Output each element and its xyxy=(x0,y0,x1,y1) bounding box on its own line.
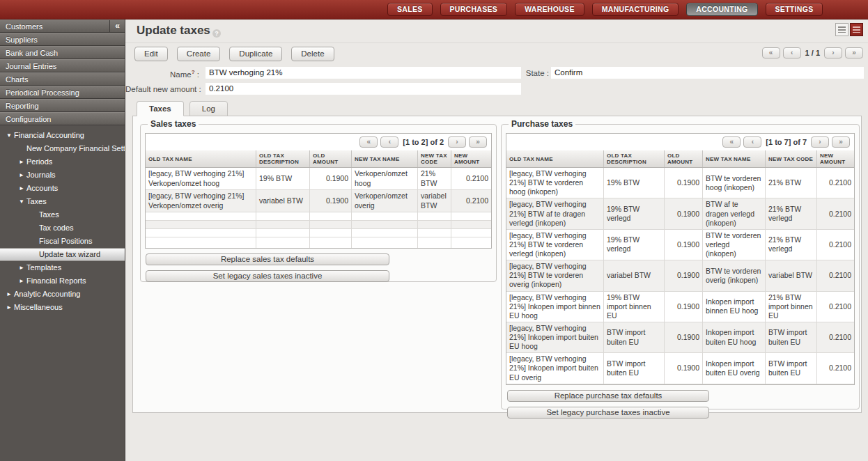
sidebar-item-accounts[interactable]: ►Accounts xyxy=(0,182,125,195)
sidebar-section-configuration[interactable]: Configuration xyxy=(0,112,125,125)
sidebar-section-journal-entries[interactable]: Journal Entries xyxy=(0,59,125,72)
main-menu: SALESPURCHASESWAREHOUSEMANUFACTURINGACCO… xyxy=(387,3,823,16)
duplicate-button[interactable]: Duplicate xyxy=(229,47,282,61)
create-button[interactable]: Create xyxy=(177,47,221,61)
purchase-pager-first-button[interactable]: « xyxy=(722,136,741,148)
sidebar-item-periods[interactable]: ►Periods xyxy=(0,155,125,169)
state-label: State : xyxy=(488,69,549,77)
purchase-pager-next-button[interactable]: › xyxy=(811,136,829,148)
sidebar-item-taxes[interactable]: Taxes xyxy=(0,208,125,221)
column-header-old-tax-description[interactable]: OLD TAX DESCRIPTION xyxy=(256,150,310,167)
help-icon[interactable]: ? xyxy=(212,29,221,38)
record-pager-last-button[interactable]: » xyxy=(845,47,863,58)
nav-manufacturing[interactable]: MANUFACTURING xyxy=(592,3,679,16)
state-field[interactable]: Confirm xyxy=(551,67,864,79)
cell: [legacy, BTW verhoging 21%] Inkopen impo… xyxy=(506,292,604,322)
sidebar-item-financial-reports[interactable]: ►Financial Reports xyxy=(0,274,125,288)
cell: 0.2100 xyxy=(817,322,854,352)
record-pager-prev-button[interactable]: ‹ xyxy=(783,47,801,58)
cell: 0.1900 xyxy=(665,230,703,260)
name-field[interactable]: BTW verhoging 21% xyxy=(206,67,521,79)
empty-cell xyxy=(418,221,451,228)
column-header-old-amount[interactable]: OLD AMOUNT xyxy=(310,150,352,167)
table-row[interactable]: [legacy, BTW verhoging 21%] Verkopen/omz… xyxy=(146,190,491,212)
record-pager-first-button[interactable]: « xyxy=(762,47,780,58)
sidebar-item-update-tax-wizard[interactable]: Update tax wizard xyxy=(0,248,125,261)
edit-button[interactable]: Edit xyxy=(134,47,168,61)
nav-warehouse[interactable]: WAREHOUSE xyxy=(515,3,584,16)
tab-taxes[interactable]: Taxes xyxy=(137,101,184,116)
column-header-new-tax-name[interactable]: NEW TAX NAME xyxy=(703,150,766,167)
record-pager-next-button[interactable]: › xyxy=(824,47,842,58)
sidebar-item-label: Accounts xyxy=(26,182,58,195)
purchase-taxes-header: OLD TAX NAMEOLD TAX DESCRIPTIONOLD AMOUN… xyxy=(506,150,854,168)
sidebar-section-suppliers[interactable]: Suppliers xyxy=(0,33,125,46)
sales-pager-next-button[interactable]: › xyxy=(448,136,466,148)
purchase-pager-last-button[interactable]: » xyxy=(832,136,850,148)
empty-cell xyxy=(451,237,491,248)
set-legacy-sales-taxes-inactive-button[interactable]: Set legacy sales taxes inactive xyxy=(146,270,389,282)
cell: [legacy, BTW verhoging 21%] Verkopen/omz… xyxy=(146,190,256,212)
sales-taxes-pager: «‹[1 to 2] of 2›» xyxy=(146,134,491,150)
nav-accounting[interactable]: ACCOUNTING xyxy=(686,3,757,16)
sidebar-item-fiscal-positions[interactable]: Fiscal Positions xyxy=(0,235,125,248)
sales-taxes-table: «‹[1 to 2] of 2›» OLD TAX NAMEOLD TAX DE… xyxy=(145,133,492,249)
notebook-panel: Sales taxes «‹[1 to 2] of 2›» OLD TAX NA… xyxy=(132,116,862,413)
chevron-right-icon: ► xyxy=(18,169,25,182)
nav-settings[interactable]: SETTINGS xyxy=(766,3,823,16)
sidebar-item-miscellaneous[interactable]: ►Miscellaneous xyxy=(0,301,125,314)
sidebar-section-charts[interactable]: Charts xyxy=(0,72,125,86)
sidebar-section-periodical-processing[interactable]: Periodical Processing xyxy=(0,86,125,99)
table-row[interactable]: [legacy, BTW verhoging 21%] BTW af te dr… xyxy=(506,198,854,229)
sales-pager-last-button[interactable]: » xyxy=(469,136,487,148)
column-header-new-amount[interactable]: NEW AMOUNT xyxy=(817,150,854,167)
sidebar-item-templates[interactable]: ►Templates xyxy=(0,261,125,274)
column-header-new-tax-code[interactable]: NEW TAX CODE xyxy=(766,150,817,167)
table-row[interactable]: [legacy, BTW verhoging 21%] BTW te vorde… xyxy=(506,260,854,291)
collapse-sidebar-icon[interactable]: « xyxy=(109,20,125,33)
sales-taxes-group: Sales taxes «‹[1 to 2] of 2›» OLD TAX NA… xyxy=(140,119,497,282)
nav-sales[interactable]: SALES xyxy=(387,3,433,16)
cell: 0.1900 xyxy=(665,353,703,383)
sidebar-item-financial-accounting[interactable]: ▼Financial Accounting xyxy=(0,129,125,142)
column-header-new-tax-code[interactable]: NEW TAX CODE xyxy=(418,150,451,167)
purchase-taxes-group: Purchase taxes «‹[1 to 7] of 7›» OLD TAX… xyxy=(501,119,860,409)
list-view-button[interactable] xyxy=(835,23,848,36)
table-row[interactable]: [legacy, BTW verhoging 21%] Verkopen/omz… xyxy=(146,168,491,190)
nav-purchases[interactable]: PURCHASES xyxy=(440,3,508,16)
sales-pager-prev-button[interactable]: ‹ xyxy=(380,136,398,148)
column-header-old-tax-name[interactable]: OLD TAX NAME xyxy=(506,150,604,167)
table-row[interactable]: [legacy, BTW verhoging 21%] BTW te vorde… xyxy=(506,230,854,260)
table-row[interactable]: [legacy, BTW verhoging 21%] BTW te vorde… xyxy=(506,168,854,198)
sidebar-section-customers[interactable]: Customers« xyxy=(0,19,125,33)
sidebar-item-tax-codes[interactable]: Tax codes xyxy=(0,221,125,235)
sidebar-item-new-company-financial-setti[interactable]: New Company Financial Setti... xyxy=(0,142,125,155)
sidebar-item-label: New Company Financial Setti... xyxy=(26,142,125,155)
cell: 0.1900 xyxy=(665,260,703,290)
column-header-old-amount[interactable]: OLD AMOUNT xyxy=(665,150,703,167)
sidebar-section-reporting[interactable]: Reporting xyxy=(0,99,125,112)
sidebar-item-taxes[interactable]: ▼Taxes xyxy=(0,195,125,208)
delete-button[interactable]: Delete xyxy=(291,47,334,61)
replace-purchase-tax-defaults-button[interactable]: Replace purchase tax defaults xyxy=(507,390,709,402)
notebook-tabs: Taxes Log xyxy=(137,101,228,116)
sidebar-section-label: Journal Entries xyxy=(6,62,56,70)
column-header-new-amount[interactable]: NEW AMOUNT xyxy=(451,150,491,167)
tab-log[interactable]: Log xyxy=(189,101,228,116)
form-view-button[interactable] xyxy=(850,23,863,36)
sidebar-item-journals[interactable]: ►Journals xyxy=(0,169,125,182)
replace-sales-tax-defaults-button[interactable]: Replace sales tax defaults xyxy=(146,253,389,265)
table-row[interactable]: [legacy, BTW verhoging 21%] Inkopen impo… xyxy=(506,292,854,322)
sidebar-section-label: Suppliers xyxy=(6,36,38,44)
table-row[interactable]: [legacy, BTW verhoging 21%] Inkopen impo… xyxy=(506,322,854,353)
default-new-amount-field[interactable]: 0.2100 xyxy=(206,83,521,95)
table-row[interactable]: [legacy, BTW verhoging 21%] Inkopen impo… xyxy=(506,353,854,384)
sidebar-section-bank-and-cash[interactable]: Bank and Cash xyxy=(0,46,125,59)
purchase-pager-prev-button[interactable]: ‹ xyxy=(743,136,761,148)
column-header-old-tax-description[interactable]: OLD TAX DESCRIPTION xyxy=(604,150,665,167)
column-header-old-tax-name[interactable]: OLD TAX NAME xyxy=(146,150,256,167)
sidebar-item-analytic-accounting[interactable]: ►Analytic Accounting xyxy=(0,288,125,301)
sales-pager-first-button[interactable]: « xyxy=(359,136,378,148)
set-legacy-purchase-taxes-inactive-button[interactable]: Set legacy purchase taxes inactive xyxy=(507,407,709,419)
column-header-new-tax-name[interactable]: NEW TAX NAME xyxy=(352,150,418,167)
